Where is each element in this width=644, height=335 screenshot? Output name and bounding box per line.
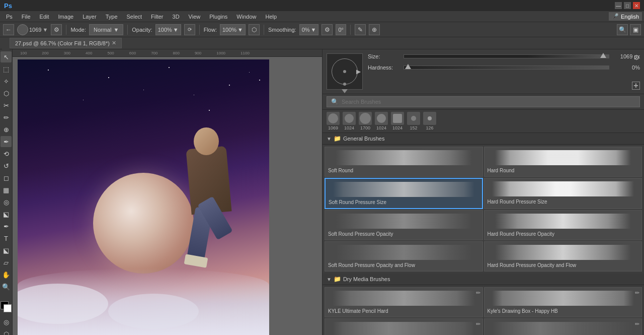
title-bar-controls: — □ ✕ bbox=[615, 2, 640, 9]
tool-blur[interactable]: ◎ bbox=[1, 196, 12, 208]
menu-help[interactable]: Help bbox=[261, 13, 281, 21]
mode-value: Normal bbox=[94, 27, 111, 33]
brush-item-kyle-chunky-charcoal[interactable]: ✏ KYLE Bonus Chunky Charcoal bbox=[484, 318, 642, 335]
brush-item-kyle-charcoal[interactable]: ✏ KYLE Ultimate Charcoal Pencil 25px Med… bbox=[325, 318, 483, 335]
preset-label-4: 1024 bbox=[392, 125, 403, 130]
preset-item-1[interactable]: 1024 bbox=[343, 112, 356, 130]
tool-shape[interactable]: ▱ bbox=[1, 257, 12, 268]
workspace-button[interactable]: ▣ bbox=[630, 24, 641, 35]
symmetry-button[interactable]: ✎ bbox=[355, 24, 366, 35]
angle-selector[interactable]: 0° bbox=[336, 24, 346, 35]
opacity-selector[interactable]: 100% ▼ bbox=[155, 24, 181, 35]
brush-size-dropdown[interactable]: ▼ bbox=[42, 27, 48, 33]
tool-crop[interactable]: ✂ bbox=[1, 100, 12, 111]
minimize-button[interactable]: — bbox=[615, 2, 622, 9]
tool-type[interactable]: T bbox=[1, 233, 12, 244]
brush-item-kyles-drawing-box[interactable]: ✏ Kyle's Drawing Box - Happy HB bbox=[484, 287, 642, 317]
tool-history[interactable]: ↺ bbox=[1, 160, 12, 171]
search-button[interactable]: 🔍 bbox=[617, 24, 628, 35]
tool-lasso[interactable]: ⟡ bbox=[1, 76, 12, 87]
brush-settings-button[interactable]: ⚙ bbox=[51, 24, 62, 35]
document-tab[interactable]: 27.psd @ 66.7% (Color Fill 1, RGB/8*) ✕ bbox=[10, 38, 122, 48]
tool-zoom[interactable]: 🔍 bbox=[1, 281, 12, 292]
history-back-button[interactable]: ← bbox=[3, 24, 14, 35]
close-button[interactable]: ✕ bbox=[633, 2, 640, 9]
opacity-toggle[interactable]: ⟳ bbox=[184, 24, 195, 35]
smoothing-selector[interactable]: 0% ▼ bbox=[299, 24, 319, 35]
preset-item-2[interactable]: 1700 bbox=[359, 112, 372, 130]
tab-close-button[interactable]: ✕ bbox=[112, 40, 116, 46]
screen-mode-button[interactable]: ⬡ bbox=[1, 328, 12, 335]
soft-round-pressure-stroke bbox=[329, 182, 479, 197]
menu-plugins[interactable]: Plugins bbox=[205, 13, 231, 21]
preset-label-1: 1024 bbox=[344, 125, 354, 130]
tool-marquee[interactable]: ⬚ bbox=[1, 63, 12, 75]
brush-item-hard-round-pressure-size[interactable]: Hard Round Pressure Size bbox=[484, 178, 642, 209]
kyle-pencil-label: KYLE Ultimate Pencil Hard bbox=[328, 308, 388, 314]
background-color[interactable] bbox=[4, 304, 12, 312]
brush-preview-arrow[interactable]: ▶ bbox=[356, 68, 361, 75]
menu-file[interactable]: File bbox=[18, 13, 35, 21]
separator-1 bbox=[66, 25, 66, 35]
preset-item-5[interactable]: 152 bbox=[407, 112, 420, 130]
brush-list[interactable]: ▼ 📁 General Brushes Soft Round Hard Roun… bbox=[323, 133, 644, 335]
brush-item-soft-round[interactable]: Soft Round bbox=[325, 147, 483, 177]
canvas-area[interactable]: 100 200 300 400 500 600 700 800 900 1000… bbox=[13, 49, 322, 335]
color-swatches[interactable] bbox=[1, 301, 12, 312]
smoothing-options[interactable]: ⚙ bbox=[321, 24, 333, 35]
quick-mask-button[interactable]: ◎ bbox=[1, 316, 12, 327]
tool-brush[interactable]: ✒ bbox=[1, 136, 12, 147]
size-slider-track[interactable] bbox=[404, 54, 609, 58]
menu-3d[interactable]: 3D bbox=[169, 13, 184, 21]
menu-filter[interactable]: Filter bbox=[147, 13, 167, 21]
brush-item-hard-round-pressure-opacity-flow[interactable]: Hard Round Pressure Opacity and Flow bbox=[484, 241, 642, 272]
brush-item-soft-round-pressure-opacity-flow[interactable]: Soft Round Pressure Opacity and Flow bbox=[325, 241, 483, 272]
tool-eyedropper[interactable]: ✏ bbox=[1, 112, 12, 123]
menu-window[interactable]: Window bbox=[232, 13, 260, 21]
airbrush-toggle[interactable]: ⬡ bbox=[249, 24, 260, 35]
preset-item-0[interactable]: 1069 bbox=[327, 112, 340, 130]
preset-item-6[interactable]: 126 bbox=[423, 112, 436, 130]
dry-media-brushes-header[interactable]: ▼ 📁 Dry Media Brushes bbox=[323, 274, 644, 285]
tool-move[interactable]: ↖ bbox=[1, 51, 12, 62]
add-brush-button[interactable]: + bbox=[632, 82, 640, 90]
menu-type[interactable]: Type bbox=[102, 13, 122, 21]
tool-eraser[interactable]: ◻ bbox=[1, 172, 12, 183]
pressure-button[interactable]: ⊕ bbox=[369, 24, 380, 35]
tool-dodge[interactable]: ⬕ bbox=[1, 209, 12, 220]
menu-layer[interactable]: Layer bbox=[78, 13, 101, 21]
tool-clone[interactable]: ⟲ bbox=[1, 148, 12, 159]
general-brushes-header[interactable]: ▼ 📁 General Brushes bbox=[323, 133, 644, 145]
menu-ps[interactable]: Ps bbox=[2, 13, 17, 21]
search-input[interactable] bbox=[342, 99, 635, 105]
opacity-dropdown-icon: ▼ bbox=[173, 27, 179, 33]
tool-pen[interactable]: ✒ bbox=[1, 221, 12, 232]
brush-preview-small[interactable] bbox=[17, 24, 28, 35]
menu-edit[interactable]: Edit bbox=[36, 13, 53, 21]
brush-preview-large[interactable]: ▶ bbox=[327, 53, 363, 90]
menu-view[interactable]: View bbox=[185, 13, 205, 21]
brush-item-soft-round-pressure-size[interactable]: Soft Round Pressure Size bbox=[325, 178, 483, 209]
tool-quick-select[interactable]: ⬡ bbox=[1, 88, 12, 99]
hardness-row: Hardness: 0% bbox=[368, 64, 640, 71]
brush-item-soft-round-pressure-opacity[interactable]: Soft Round Pressure Opacity bbox=[325, 210, 483, 240]
preset-item-3[interactable]: 1024 bbox=[375, 112, 388, 130]
canvas-document[interactable] bbox=[13, 57, 322, 335]
menu-image[interactable]: Image bbox=[54, 13, 78, 21]
tool-spot-heal[interactable]: ⊕ bbox=[1, 124, 12, 135]
preset-item-4[interactable]: 1024 bbox=[391, 112, 404, 130]
menu-select[interactable]: Select bbox=[123, 13, 146, 21]
panel-settings-button[interactable]: ⚙ bbox=[633, 53, 640, 61]
brush-item-hard-round-pressure-opacity[interactable]: Hard Round Pressure Opacity bbox=[484, 210, 642, 240]
tool-path[interactable]: ⬕ bbox=[1, 245, 12, 256]
tool-gradient[interactable]: ▦ bbox=[1, 184, 12, 195]
flow-selector[interactable]: 100% ▼ bbox=[220, 24, 246, 35]
kyle-hb-label: Kyle's Drawing Box - Happy HB bbox=[488, 308, 558, 314]
mode-selector[interactable]: Normal ▼ bbox=[89, 24, 123, 35]
brush-item-hard-round[interactable]: Hard Round bbox=[484, 147, 642, 177]
tool-hand[interactable]: ✋ bbox=[1, 269, 12, 280]
cloud-2 bbox=[108, 294, 199, 329]
hardness-slider-track[interactable] bbox=[404, 65, 609, 70]
brush-item-kyle-pencil-hard[interactable]: ✏ KYLE Ultimate Pencil Hard bbox=[325, 287, 483, 317]
maximize-button[interactable]: □ bbox=[624, 2, 631, 9]
